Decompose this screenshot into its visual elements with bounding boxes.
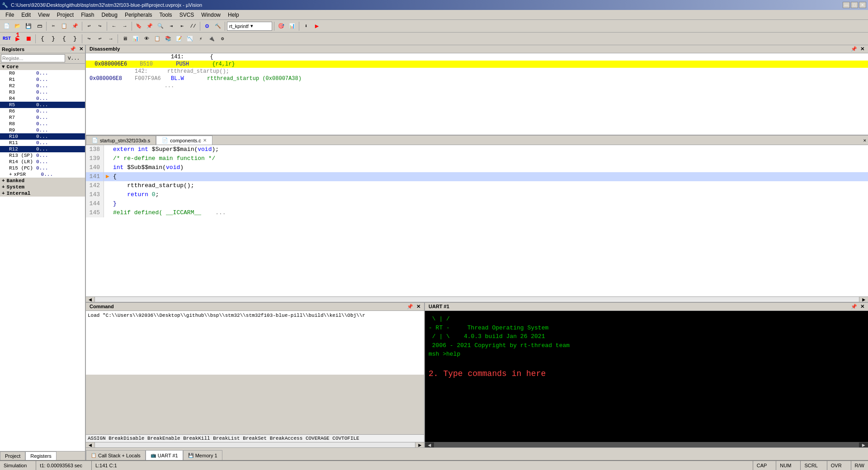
core-section[interactable]: ▼ Core [0, 64, 85, 70]
options2-btn[interactable]: 📊 [287, 21, 297, 31]
menu-project[interactable]: Project [53, 10, 77, 19]
scroll-left-btn[interactable]: ◄ [86, 297, 95, 302]
reg-r7[interactable]: R70... [0, 114, 85, 121]
options-btn[interactable]: 🎯 [276, 21, 286, 31]
bookmark-btn[interactable]: 🔖 [134, 21, 144, 31]
tab-call-stack[interactable]: 📋 Call Stack + Locals [86, 450, 146, 460]
menu-tools[interactable]: Tools [156, 10, 176, 19]
disassembly-pin[interactable]: 📌 [851, 46, 857, 52]
menu-help[interactable]: Help [224, 10, 243, 19]
cmd-scroll-right[interactable]: ► [415, 442, 424, 447]
debug-start-btn[interactable]: ▶ [312, 21, 322, 31]
disassembly-close[interactable]: ✕ [860, 46, 864, 52]
uart-scroll-right[interactable]: ► [859, 442, 868, 447]
cpu-btn[interactable]: 🖥 [120, 34, 130, 44]
cmd-scroll-track[interactable] [95, 442, 415, 447]
stack-btn[interactable]: 📚 [163, 34, 173, 44]
project-tab[interactable]: Project [0, 451, 25, 460]
command-content[interactable]: Load "C:\\Users\\92036\\Desktop\\github\… [86, 311, 424, 375]
paste-btn[interactable]: 📌 [70, 21, 80, 31]
editor-scrollbar-h[interactable]: ◄ ► [86, 296, 868, 302]
cut-btn[interactable]: ✂ [48, 21, 58, 31]
reg-r14-lr[interactable]: R14 (LR)0... [0, 159, 85, 165]
minimize-button[interactable]: — [843, 2, 850, 8]
system-section[interactable]: + System [0, 184, 85, 190]
uart-close[interactable]: ✕ [860, 304, 864, 309]
menu-flash[interactable]: Flash [77, 10, 98, 19]
uart-content[interactable]: \ | / - RT - Thread Operating System / |… [425, 311, 868, 442]
menu-view[interactable]: View [34, 10, 53, 19]
scroll-right-btn[interactable]: ► [859, 297, 868, 302]
save-all-btn[interactable]: 🗃 [34, 21, 44, 31]
mem-btn[interactable]: 📊 [131, 34, 141, 44]
curly-close-btn[interactable]: } [48, 34, 58, 44]
registers-tab[interactable]: Registers [25, 451, 56, 460]
perf-btn[interactable]: ⚡ [196, 34, 206, 44]
reg-r10[interactable]: R100... [0, 133, 85, 140]
undo-btn[interactable]: ↩ [84, 21, 94, 31]
redo-btn[interactable]: ↪ [95, 21, 105, 31]
target-dropdown[interactable]: rt_kprintf ▾ [227, 22, 272, 31]
reg-r2[interactable]: R20... [0, 83, 85, 89]
prev-btn[interactable]: ← [109, 21, 119, 31]
reg-r5[interactable]: R50... [0, 102, 85, 108]
components-tab-close[interactable]: ✕ [203, 138, 207, 143]
registers-search-input[interactable] [1, 54, 65, 62]
curly-open2-btn[interactable]: { [59, 34, 69, 44]
disassembly-content[interactable]: 141: { 0x080006E6 B510 PUSH {r4,lr} 142:… [86, 53, 868, 135]
bookmark2-btn[interactable]: 📌 [145, 21, 155, 31]
run-btn[interactable]: ▶ 1 [13, 34, 23, 44]
disasm-btn[interactable]: 📝 [174, 34, 184, 44]
reset-btn[interactable]: RST [2, 34, 12, 44]
curly-open-btn[interactable]: { [38, 34, 47, 44]
command-pin[interactable]: 📌 [407, 304, 413, 309]
reg-r0[interactable]: R00... [0, 70, 85, 76]
menu-peripherals[interactable]: Peripherals [121, 10, 156, 19]
download-btn[interactable]: ⬇ [301, 21, 311, 31]
banked-section[interactable]: + Banked [0, 178, 85, 184]
menu-svcs[interactable]: SVCS [176, 10, 198, 19]
uart-pin[interactable]: 📌 [851, 304, 857, 309]
comment-btn[interactable]: // [188, 21, 198, 31]
command-scrollbar-h[interactable]: ◄ ► [86, 442, 424, 447]
tab-components[interactable]: 📄 components.c ✕ [156, 136, 212, 145]
outdent-btn[interactable]: ⇤ [177, 21, 187, 31]
uart-scroll-track[interactable] [434, 442, 859, 447]
step-over-btn[interactable]: → [106, 34, 116, 44]
reg-r12[interactable]: R120... [0, 146, 85, 152]
next-btn[interactable]: → [120, 21, 130, 31]
step-out-btn[interactable]: ↩ [95, 34, 105, 44]
reg-r8[interactable]: R80... [0, 121, 85, 127]
cmd-scroll-left[interactable]: ◄ [86, 442, 95, 447]
save-btn[interactable]: 💾 [24, 21, 33, 31]
watch2-btn[interactable]: 📋 [152, 34, 162, 44]
close-button[interactable]: ✕ [859, 2, 866, 8]
indent-btn[interactable]: ⇥ [166, 21, 176, 31]
rebuild-btn[interactable]: 🔨 [213, 21, 223, 31]
menu-edit[interactable]: Edit [18, 10, 34, 19]
reg-r9[interactable]: R90... [0, 127, 85, 133]
tab-uart1[interactable]: 📺 UART #1 [146, 450, 183, 460]
menu-window[interactable]: Window [198, 10, 224, 19]
registers-pin[interactable]: 📌 [70, 46, 76, 52]
reg-xpsr[interactable]: + xPSR0... [0, 171, 85, 178]
reg-r11[interactable]: R110... [0, 140, 85, 146]
uart-btn[interactable]: 🔌 [207, 34, 217, 44]
menu-file[interactable]: File [2, 10, 18, 19]
step-in-btn[interactable]: ↪ [84, 34, 94, 44]
registers-close[interactable]: ✕ [79, 46, 83, 52]
logic-btn[interactable]: 📉 [185, 34, 195, 44]
command-close[interactable]: ✕ [416, 304, 420, 309]
new-file-btn[interactable]: 📄 [2, 21, 12, 31]
reg-r15-pc[interactable]: R15 (PC)0... [0, 165, 85, 171]
find-btn[interactable]: 🔍 [156, 21, 165, 31]
maximize-button[interactable]: □ [851, 2, 858, 8]
menu-debug[interactable]: Debug [98, 10, 121, 19]
watch-btn[interactable]: 👁 [142, 34, 151, 44]
build-btn[interactable]: ⚙ [202, 21, 212, 31]
stop-btn[interactable]: ⏹ [24, 34, 33, 44]
reg-r4[interactable]: R40... [0, 95, 85, 102]
tab-memory1[interactable]: 💾 Memory 1 [183, 450, 222, 460]
reg-r13-sp[interactable]: R13 (SP)0... [0, 152, 85, 159]
curly-close2-btn[interactable]: } [70, 34, 80, 44]
